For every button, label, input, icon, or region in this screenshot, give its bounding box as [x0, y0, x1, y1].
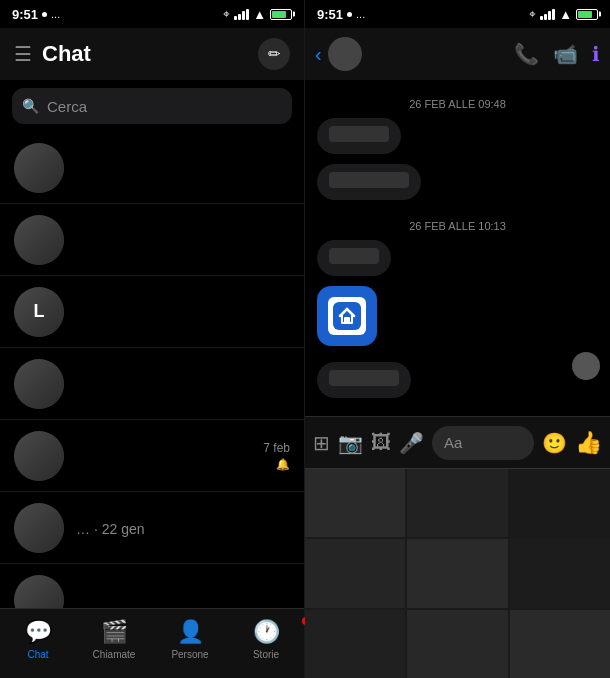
search-bar[interactable]: 🔍 Cerca — [12, 88, 292, 124]
media-cell[interactable] — [510, 469, 610, 537]
info-button[interactable]: ℹ — [592, 42, 600, 66]
messages-area: 26 FEB ALLE 09:48 26 FEB ALLE 10:13 — [305, 80, 610, 416]
avatar-inner — [14, 431, 64, 481]
left-status-dots: ... — [51, 8, 60, 20]
left-status-bar: 9:51 ... ⌖ ▲ — [0, 0, 304, 28]
svg-rect-0 — [333, 302, 361, 330]
page-title: Chat — [42, 41, 91, 67]
bluetooth-icon: ⌖ — [223, 7, 230, 21]
media-cell[interactable] — [407, 469, 507, 537]
edit-pencil-icon: ✏ — [268, 45, 281, 63]
message-input[interactable]: Aa — [432, 426, 534, 460]
nav-item-persone[interactable]: 👤 Persone — [152, 619, 228, 660]
message-placeholder: Aa — [444, 434, 462, 451]
avatar-inner — [14, 143, 64, 193]
chat-list: L — [0, 132, 304, 608]
message-bubble — [317, 240, 391, 276]
avatar-inner — [14, 503, 64, 553]
right-bluetooth-icon: ⌖ — [529, 7, 536, 21]
app-icon-message — [317, 286, 598, 352]
list-item[interactable] — [0, 564, 304, 608]
list-item[interactable]: L — [0, 276, 304, 348]
battery-icon — [270, 9, 292, 20]
back-button[interactable]: ‹ — [315, 43, 322, 66]
left-panel: 9:51 ... ⌖ ▲ ☰ Chat — [0, 0, 305, 678]
chat-info: 7 feb 🔔 — [76, 441, 290, 471]
persone-nav-icon: 👤 — [177, 619, 204, 645]
right-time: 9:51 — [317, 7, 343, 22]
avatar — [14, 503, 64, 553]
signal-icon — [234, 9, 249, 20]
chat-info — [76, 238, 290, 241]
media-cell[interactable] — [305, 469, 405, 537]
mic-icon[interactable]: 🎤 — [399, 431, 424, 455]
media-cell[interactable] — [407, 610, 507, 678]
media-cell[interactable] — [510, 539, 610, 607]
chat-name-row: 7 feb — [76, 441, 290, 455]
list-item[interactable] — [0, 348, 304, 420]
right-status-right: ⌖ ▲ — [529, 7, 598, 22]
media-picker-sheet — [305, 468, 610, 678]
chat-info — [76, 166, 290, 169]
list-item[interactable]: 7 feb 🔔 — [0, 420, 304, 492]
message-text — [329, 370, 399, 386]
video-call-button[interactable]: 📹 — [553, 42, 578, 66]
menu-icon[interactable]: ☰ — [14, 42, 32, 66]
wifi-icon: ▲ — [253, 7, 266, 22]
nav-item-chiamate[interactable]: 🎬 Chiamate — [76, 619, 152, 660]
date-label-2: 26 FEB ALLE 10:13 — [317, 220, 598, 232]
nav-label-persone: Persone — [171, 649, 208, 660]
list-item[interactable] — [0, 204, 304, 276]
message-text — [329, 248, 379, 264]
chat-header: ☰ Chat ✏ — [0, 28, 304, 80]
header-left: ☰ Chat — [14, 41, 91, 67]
list-item[interactable] — [0, 132, 304, 204]
message-text — [329, 172, 409, 188]
search-input[interactable]: Cerca — [47, 98, 87, 115]
apps-icon[interactable]: ⊞ — [313, 431, 330, 455]
avatar — [14, 143, 64, 193]
message-text — [329, 126, 389, 142]
edit-button[interactable]: ✏ — [258, 38, 290, 70]
mute-icon: 🔔 — [276, 458, 290, 471]
chat-info: … · 22 gen — [76, 518, 290, 537]
avatar-inner — [14, 359, 64, 409]
right-panel: 9:51 ... ⌖ ▲ ‹ 📞 📹 ℹ — [305, 0, 610, 678]
nav-label-chiamate: Chiamate — [93, 649, 136, 660]
message-bubble — [317, 118, 401, 154]
bottom-nav: 💬 Chat 🎬 Chiamate 👤 Persone 🕐 Storie — [0, 608, 304, 678]
chat-preview-row: 🔔 — [76, 458, 290, 471]
media-cell[interactable] — [407, 539, 507, 607]
right-chat-header: ‹ 📞 📹 ℹ — [305, 28, 610, 80]
message-bubble — [317, 164, 421, 200]
right-header-left: ‹ — [315, 37, 362, 71]
avatar — [14, 359, 64, 409]
media-grid — [305, 469, 610, 678]
call-button[interactable]: 📞 — [514, 42, 539, 66]
nav-label-storie: Storie — [253, 649, 279, 660]
storie-nav-icon: 🕐 — [253, 619, 280, 645]
list-item[interactable]: … · 22 gen — [0, 492, 304, 564]
camera-icon[interactable]: 📷 — [338, 431, 363, 455]
right-status-dot — [347, 12, 352, 17]
left-status-dot1 — [42, 12, 47, 17]
message-group-2 — [317, 240, 598, 404]
right-status-left: 9:51 ... — [317, 7, 365, 22]
media-cell[interactable] — [510, 610, 610, 678]
app-icon — [317, 286, 377, 346]
media-cell[interactable] — [305, 610, 405, 678]
nav-label-chat: Chat — [27, 649, 48, 660]
small-avatar — [572, 352, 600, 380]
right-status-bar: 9:51 ... ⌖ ▲ — [305, 0, 610, 28]
send-button[interactable]: 👍 — [575, 430, 602, 456]
left-status-bar-right: ⌖ ▲ — [223, 7, 292, 22]
photo-icon[interactable]: 🖼 — [371, 431, 391, 454]
message-group-1 — [317, 118, 598, 206]
media-cell[interactable] — [305, 539, 405, 607]
nav-item-chat[interactable]: 💬 Chat — [0, 619, 76, 660]
messages-column: 26 FEB ALLE 09:48 26 FEB ALLE 10:13 — [317, 90, 598, 404]
nav-item-storie[interactable]: 🕐 Storie — [228, 619, 304, 660]
emoji-icon[interactable]: 🙂 — [542, 431, 567, 455]
avatar-inner: L — [14, 287, 64, 337]
chat-info — [76, 310, 290, 313]
